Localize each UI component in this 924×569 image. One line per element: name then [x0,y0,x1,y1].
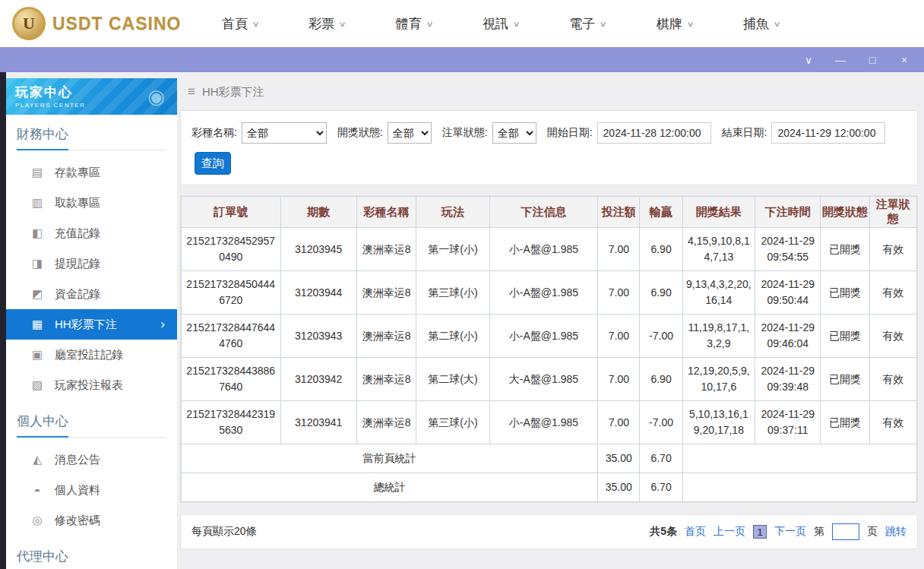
draw-status-select[interactable]: 全部 [388,122,432,144]
order-status-filter: 注單狀態: 全部 [442,122,536,144]
withdrawal-record-icon: ◨ [30,257,44,270]
sidebar-item-player-bet-report[interactable]: ▧ 玩家投注報表 [6,370,177,400]
sidebar-item-recharge-record[interactable]: ◧ 充值記錄 [6,218,177,248]
nav-item-sports[interactable]: 體育 ∨ [396,15,432,33]
nav-item-fishing[interactable]: 捕魚 ∨ [743,15,780,33]
lottery-name: 澳洲幸运8 [356,358,416,401]
bet-time: 2024-11-29 09:39:48 [755,358,821,401]
page-summary-bet: 35.00 [598,444,640,473]
sidebar-item-deposit[interactable]: ▤ 存款專區 [6,157,177,188]
next-page-link[interactable]: 下一页 [774,525,806,539]
funds-record-icon: ◩ [30,287,44,301]
jump-prefix-text: 第 [814,525,824,539]
jump-page-input[interactable] [832,523,859,540]
current-page-badge[interactable]: 1 [753,525,767,539]
window-maximize-icon[interactable]: □ [866,55,878,65]
chevron-down-icon: ∨ [600,20,607,28]
issue: 31203944 [280,271,356,315]
nav-item-live[interactable]: 視訊 ∨ [483,15,519,33]
start-date-input[interactable] [597,122,711,144]
sidebar-item-label: 個人資料 [55,483,100,498]
chevron-down-icon: ∨ [686,20,694,28]
query-button[interactable]: 查詢 [195,152,231,175]
order-status: 有效 [869,315,916,358]
nav-label: 捕魚 [743,15,769,33]
draw-result: 5,10,13,16,19,20,17,18 [682,401,755,444]
draw-status: 已開獎 [821,401,869,444]
order-status-select[interactable]: 全部 [492,122,536,144]
section-title-agent: 代理中心 [17,548,166,569]
issue: 31203945 [280,228,356,271]
first-page-link[interactable]: 首页 [685,525,706,539]
window-close-icon[interactable]: × [898,55,910,65]
window-chevron-icon[interactable]: ∨ [802,55,815,65]
bet-amount: 7.00 [598,271,640,315]
prev-page-link[interactable]: 上一页 [714,525,745,539]
order-status: 有效 [869,358,916,401]
nav-label: 體育 [396,15,422,33]
bets-table-panel: 訂單號 期數 彩種名稱 玩法 下注信息 投注額 輸贏 開獎結果 下注時間 開獎狀… [180,195,918,503]
col-draw-status: 開獎狀態 [821,197,869,228]
draw-status: 已開獎 [821,315,869,358]
sidebar-item-hh-lottery-bets[interactable]: ▦ HH彩票下注 › [6,309,177,340]
nav-item-home[interactable]: 首頁 ∨ [222,15,258,33]
order-id: 2152173284529570490 [182,228,281,271]
app-window: U USDT CASINO 首頁 ∨ 彩票 ∨ 體育 ∨ 視訊 ∨ 電子 ∨ [0,0,924,569]
sidebar-item-profile[interactable]: ◓ 個人資料 [6,475,177,505]
bets-table: 訂單號 期數 彩種名稱 玩法 下注信息 投注額 輸贏 開獎結果 下注時間 開獎狀… [181,196,917,502]
page-summary-empty [682,444,916,473]
draw-result: 11,19,8,17,1,3,2,9 [682,315,755,358]
sidebar-item-label: 存款專區 [55,166,100,180]
hamburger-icon[interactable]: ≡ [188,84,195,100]
play-type: 第二球(小) [416,315,489,358]
usdt-casino-emblem-icon: U [12,7,46,40]
chevron-down-icon: ∨ [252,20,260,28]
main-content: ≡ HH彩票下注 彩種名稱: 全部 開獎狀態: 全部 [177,72,924,569]
bet-info: 小-A盤@1.985 [489,401,598,444]
brand-logo[interactable]: U USDT CASINO [12,7,188,40]
sidebar-item-withdrawal-record[interactable]: ◨ 提現記錄 [6,248,177,279]
sidebar-item-change-password[interactable]: ◎ 修改密碼 [6,505,177,536]
draw-status: 已開獎 [821,271,869,315]
sidebar-item-label: 充值記錄 [55,226,100,241]
section-title-text: 個人中心 [17,414,68,428]
col-win-loss: 輸贏 [640,197,682,228]
order-id: 2152173284423195630 [182,401,281,444]
order-id: 2152173284504446720 [182,271,281,315]
chevron-down-icon: ∨ [774,20,781,28]
nav-item-cards[interactable]: 棋牌 ∨ [657,15,693,33]
bet-time: 2024-11-29 09:54:55 [755,228,821,271]
jump-button[interactable]: 跳转 [885,525,907,539]
page-summary-label: 當前頁統計 [182,444,598,473]
players-center-header: 玩家中心 PLAYERS CENTER ◉ [6,78,177,115]
win-loss: 6.90 [640,271,682,315]
filter-panel: 彩種名稱: 全部 開獎狀態: 全部 注單狀態: 全 [180,110,918,185]
sidebar-item-hall-bet-record[interactable]: ▣ 廳室投註記錄 [6,340,177,370]
issue: 31203941 [280,401,356,444]
bet-amount: 7.00 [598,315,640,358]
sidebar: 玩家中心 PLAYERS CENTER ◉ 財務中心 ▤ 存款專區 ▥ 取款專區… [6,78,177,569]
lottery-select[interactable]: 全部 [242,122,327,144]
sidebar-item-label: 玩家投注報表 [55,378,123,393]
sidebar-item-withdraw[interactable]: ▥ 取款專區 [6,188,177,218]
lottery-filter: 彩種名稱: 全部 [191,122,327,144]
col-issue: 期數 [280,197,356,228]
order-id: 2152173284438867640 [182,358,281,401]
hall-bet-record-icon: ▣ [30,348,44,362]
app-body: 玩家中心 PLAYERS CENTER ◉ 財務中心 ▤ 存款專區 ▥ 取款專區… [0,72,924,569]
deposit-icon: ▤ [30,166,44,179]
window-minimize-icon[interactable]: — [834,55,846,65]
sidebar-item-label: HH彩票下注 [55,318,117,332]
order-status-label: 注單狀態: [442,126,488,140]
sidebar-item-funds-record[interactable]: ◩ 資金記錄 [6,279,177,309]
end-date-input[interactable] [771,122,885,144]
order-status: 有效 [869,228,916,271]
sidebar-item-announcements[interactable]: ◭ 消息公告 [6,444,177,475]
sidebar-item-label: 廳室投註記錄 [55,348,123,362]
nav-item-slots[interactable]: 電子 ∨ [569,15,606,33]
gear-icon: ◎ [30,514,44,527]
nav-item-lottery[interactable]: 彩票 ∨ [309,15,345,33]
end-date-filter: 結束日期: [722,122,886,144]
pagination-bar: 每頁顯示20條 共5条 首页 上一页 1 下一页 第 页 跳转 [180,514,918,549]
draw-status: 已開獎 [821,358,869,401]
